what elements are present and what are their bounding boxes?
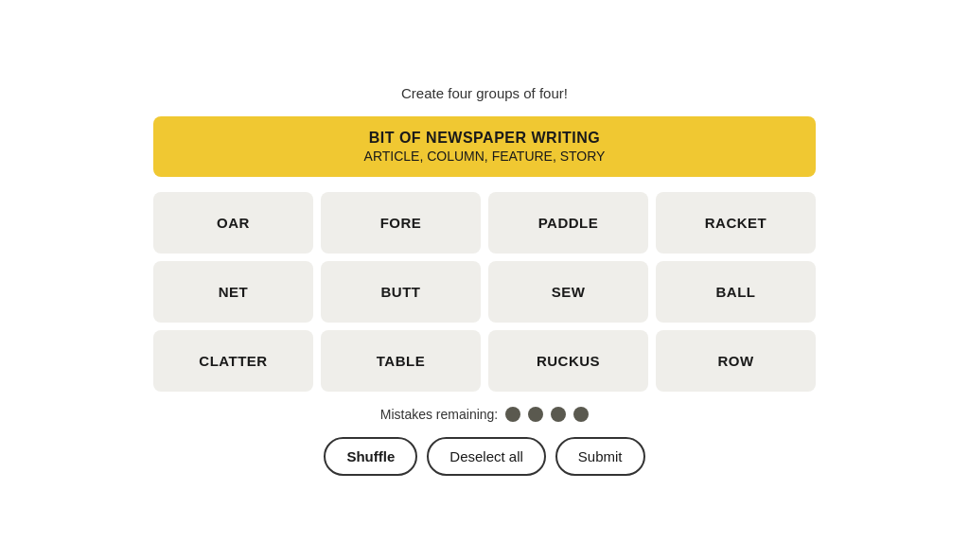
game-container: Create four groups of four! BIT OF NEWSP… <box>153 66 816 495</box>
word-grid: OARFOREPADDLERACKETNETBUTTSEWBALLCLATTER… <box>153 192 816 392</box>
mistake-dot-2 <box>528 407 543 422</box>
word-tile-fore[interactable]: FORE <box>321 192 481 254</box>
word-tile-sew[interactable]: SEW <box>488 261 648 323</box>
mistakes-label: Mistakes remaining: <box>380 407 499 422</box>
mistakes-row: Mistakes remaining: <box>380 407 590 422</box>
word-tile-ball[interactable]: BALL <box>656 261 816 323</box>
category-title: BIT OF NEWSPAPER WRITING <box>172 130 797 147</box>
deselect-all-button[interactable]: Deselect all <box>427 437 546 476</box>
mistake-dot-3 <box>551 407 566 422</box>
submit-button[interactable]: Submit <box>555 437 645 476</box>
mistake-dot-1 <box>505 407 520 422</box>
word-tile-clatter[interactable]: CLATTER <box>153 330 313 392</box>
word-tile-net[interactable]: NET <box>153 261 313 323</box>
solved-category-cat-newspaper: BIT OF NEWSPAPER WRITING ARTICLE, COLUMN… <box>153 116 816 177</box>
button-row: Shuffle Deselect all Submit <box>324 437 644 476</box>
word-tile-butt[interactable]: BUTT <box>321 261 481 323</box>
word-tile-row[interactable]: ROW <box>656 330 816 392</box>
word-tile-ruckus[interactable]: RUCKUS <box>488 330 648 392</box>
word-tile-paddle[interactable]: PADDLE <box>488 192 648 254</box>
word-tile-table[interactable]: TABLE <box>321 330 481 392</box>
word-tile-oar[interactable]: OAR <box>153 192 313 254</box>
word-tile-racket[interactable]: RACKET <box>656 192 816 254</box>
shuffle-button[interactable]: Shuffle <box>324 437 417 476</box>
mistake-dot-4 <box>573 407 589 422</box>
subtitle: Create four groups of four! <box>401 85 568 101</box>
category-words: ARTICLE, COLUMN, FEATURE, STORY <box>172 149 797 164</box>
